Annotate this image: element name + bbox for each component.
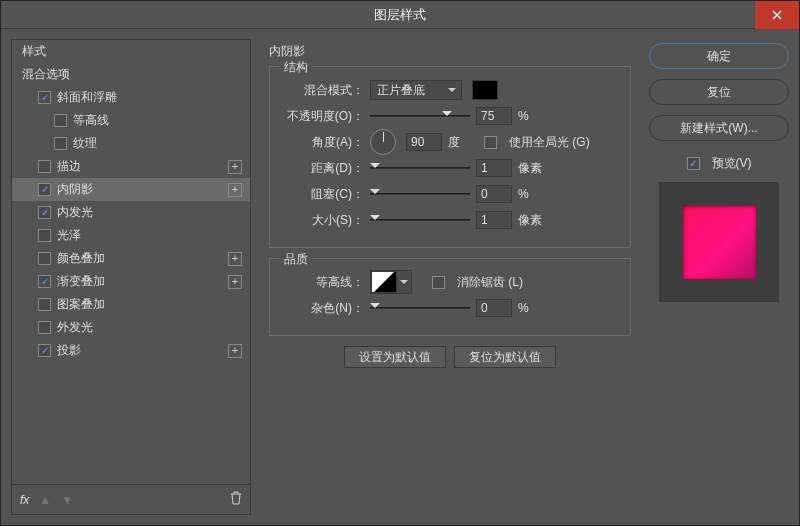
add-gradient-overlay-icon[interactable] bbox=[228, 275, 242, 289]
contour-checkbox[interactable] bbox=[54, 114, 67, 127]
gradient-overlay-item[interactable]: 渐变叠加 bbox=[12, 270, 250, 293]
pattern-overlay-checkbox[interactable] bbox=[38, 298, 51, 311]
preview-toggle-row: 预览(V) bbox=[649, 155, 789, 172]
angle-input[interactable]: 90 bbox=[406, 133, 442, 151]
distance-input[interactable]: 1 bbox=[476, 159, 512, 177]
distance-label: 距离(D)： bbox=[282, 160, 364, 177]
add-inner-shadow-icon[interactable] bbox=[228, 183, 242, 197]
anti-alias-checkbox[interactable] bbox=[432, 276, 445, 289]
drop-shadow-item[interactable]: 投影 bbox=[12, 339, 250, 362]
angle-unit: 度 bbox=[448, 134, 478, 151]
preview-label: 预览(V) bbox=[712, 155, 752, 172]
inner-shadow-item[interactable]: 内阴影 bbox=[12, 178, 250, 201]
size-slider[interactable] bbox=[370, 213, 470, 227]
noise-input[interactable]: 0 bbox=[476, 299, 512, 317]
content: 样式 混合选项 斜面和浮雕 等高线 纹理 描边 内阴影 内发光 光泽 颜色叠加 … bbox=[1, 29, 799, 525]
new-style-button[interactable]: 新建样式(W)... bbox=[649, 115, 789, 141]
opacity-label: 不透明度(O)： bbox=[282, 108, 364, 125]
titlebar: 图层样式 bbox=[1, 1, 799, 29]
preview-box bbox=[659, 182, 779, 302]
pattern-overlay-item[interactable]: 图案叠加 bbox=[12, 293, 250, 316]
outer-glow-item[interactable]: 外发光 bbox=[12, 316, 250, 339]
quality-legend: 品质 bbox=[280, 251, 312, 268]
reset-button[interactable]: 复位 bbox=[649, 79, 789, 105]
make-default-button[interactable]: 设置为默认值 bbox=[344, 346, 446, 368]
anti-alias-label: 消除锯齿 (L) bbox=[457, 274, 523, 291]
blend-mode-select[interactable]: 正片叠底 bbox=[370, 80, 462, 100]
gradient-overlay-checkbox[interactable] bbox=[38, 275, 51, 288]
texture-sub-item[interactable]: 纹理 bbox=[12, 132, 250, 155]
bevel-checkbox[interactable] bbox=[38, 91, 51, 104]
noise-label: 杂色(N)： bbox=[282, 300, 364, 317]
styles-footer: fx ▲ ▼ bbox=[12, 484, 250, 514]
choke-slider[interactable] bbox=[370, 187, 470, 201]
styles-header[interactable]: 样式 bbox=[12, 40, 250, 63]
opacity-slider[interactable] bbox=[370, 109, 470, 123]
blend-mode-label: 混合模式： bbox=[282, 82, 364, 99]
blend-options-item[interactable]: 混合选项 bbox=[12, 63, 250, 86]
choke-unit: % bbox=[518, 187, 548, 201]
panel-title: 内阴影 bbox=[269, 43, 631, 60]
dialog-title: 图层样式 bbox=[374, 6, 426, 24]
ok-button[interactable]: 确定 bbox=[649, 43, 789, 69]
styles-panel: 样式 混合选项 斜面和浮雕 等高线 纹理 描边 内阴影 内发光 光泽 颜色叠加 … bbox=[11, 39, 251, 515]
trash-icon[interactable] bbox=[230, 491, 242, 508]
contour-sub-item[interactable]: 等高线 bbox=[12, 109, 250, 132]
styles-list: 样式 混合选项 斜面和浮雕 等高线 纹理 描边 内阴影 内发光 光泽 颜色叠加 … bbox=[12, 40, 250, 484]
action-panel: 确定 复位 新建样式(W)... 预览(V) bbox=[649, 39, 789, 515]
reset-default-button[interactable]: 复位为默认值 bbox=[454, 346, 556, 368]
preview-checkbox[interactable] bbox=[687, 157, 700, 170]
distance-slider[interactable] bbox=[370, 161, 470, 175]
add-drop-shadow-icon[interactable] bbox=[228, 344, 242, 358]
quality-fieldset: 品质 等高线： 消除锯齿 (L) 杂色(N)： 0 % bbox=[269, 258, 631, 336]
choke-input[interactable]: 0 bbox=[476, 185, 512, 203]
structure-fieldset: 结构 混合模式： 正片叠底 不透明度(O)： 75 % 角度(A)： 90 度 … bbox=[269, 66, 631, 248]
chevron-down-icon[interactable] bbox=[397, 271, 411, 293]
opacity-unit: % bbox=[518, 109, 548, 123]
settings-panel: 内阴影 结构 混合模式： 正片叠底 不透明度(O)： 75 % 角度(A)： 9… bbox=[261, 39, 639, 515]
size-input[interactable]: 1 bbox=[476, 211, 512, 229]
stroke-item[interactable]: 描边 bbox=[12, 155, 250, 178]
add-stroke-icon[interactable] bbox=[228, 160, 242, 174]
angle-dial[interactable] bbox=[370, 129, 396, 155]
choke-label: 阻塞(C)： bbox=[282, 186, 364, 203]
contour-picker[interactable] bbox=[370, 270, 412, 294]
stroke-checkbox[interactable] bbox=[38, 160, 51, 173]
color-overlay-checkbox[interactable] bbox=[38, 252, 51, 265]
drop-shadow-checkbox[interactable] bbox=[38, 344, 51, 357]
move-down-icon[interactable]: ▼ bbox=[61, 493, 73, 507]
contour-label: 等高线： bbox=[282, 274, 364, 291]
add-color-overlay-icon[interactable] bbox=[228, 252, 242, 266]
preview-swatch bbox=[682, 205, 756, 279]
inner-glow-checkbox[interactable] bbox=[38, 206, 51, 219]
inner-shadow-checkbox[interactable] bbox=[38, 183, 51, 196]
structure-legend: 结构 bbox=[280, 59, 312, 76]
satin-item[interactable]: 光泽 bbox=[12, 224, 250, 247]
outer-glow-checkbox[interactable] bbox=[38, 321, 51, 334]
size-unit: 像素 bbox=[518, 212, 548, 229]
satin-checkbox[interactable] bbox=[38, 229, 51, 242]
distance-unit: 像素 bbox=[518, 160, 548, 177]
inner-glow-item[interactable]: 内发光 bbox=[12, 201, 250, 224]
texture-checkbox[interactable] bbox=[54, 137, 67, 150]
bevel-item[interactable]: 斜面和浮雕 bbox=[12, 86, 250, 109]
close-icon bbox=[772, 10, 782, 20]
opacity-input[interactable]: 75 bbox=[476, 107, 512, 125]
noise-slider[interactable] bbox=[370, 301, 470, 315]
size-label: 大小(S)： bbox=[282, 212, 364, 229]
use-global-light-checkbox[interactable] bbox=[484, 136, 497, 149]
move-up-icon[interactable]: ▲ bbox=[39, 493, 51, 507]
contour-thumbnail bbox=[371, 271, 397, 293]
angle-label: 角度(A)： bbox=[282, 134, 364, 151]
shadow-color-swatch[interactable] bbox=[472, 80, 498, 100]
close-button[interactable] bbox=[755, 1, 799, 29]
noise-unit: % bbox=[518, 301, 548, 315]
fx-menu-icon[interactable]: fx bbox=[20, 493, 29, 507]
use-global-light-label: 使用全局光 (G) bbox=[509, 134, 590, 151]
default-buttons: 设置为默认值 复位为默认值 bbox=[269, 346, 631, 368]
color-overlay-item[interactable]: 颜色叠加 bbox=[12, 247, 250, 270]
